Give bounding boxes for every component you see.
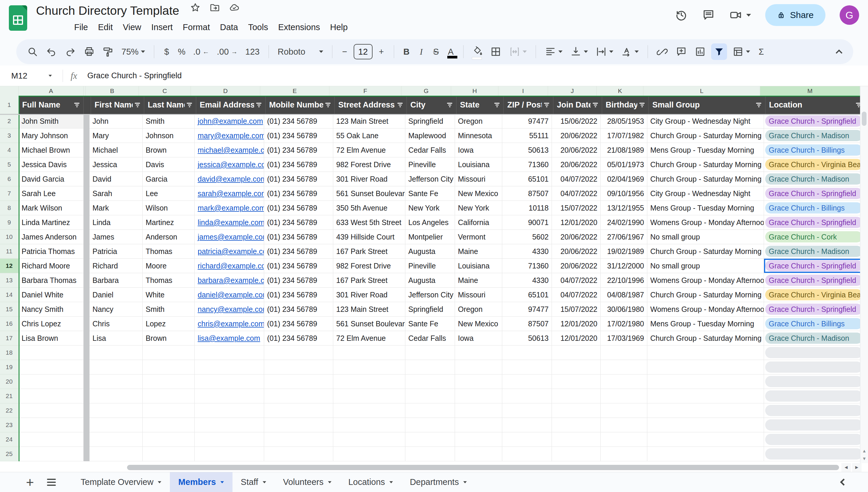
cell-J2[interactable]: 15/06/2022 (552, 114, 601, 128)
cell-C3[interactable]: Johnson (143, 128, 195, 143)
cell-L2[interactable]: City Group - Wednesday Night (647, 114, 764, 128)
cell-D2[interactable]: john@example.com (195, 114, 264, 128)
cell-G13[interactable]: Augusta (405, 273, 455, 288)
cell-I4[interactable]: 50613 (502, 143, 552, 157)
cell-J23[interactable] (552, 418, 601, 432)
cell-M15[interactable]: Grace Church - Springfield (764, 302, 860, 317)
cell-K11[interactable]: 19/02/1989 (601, 244, 647, 259)
cell-A6[interactable]: David Garcia (19, 172, 83, 186)
cell-A7[interactable]: Sarah Lee (19, 186, 83, 201)
cell-G15[interactable]: Springfield (405, 302, 455, 317)
row-number-18[interactable]: 18 (0, 346, 19, 360)
location-badge[interactable]: Grace Church - Madison (765, 130, 860, 141)
cell-I11[interactable]: 4330 (502, 244, 552, 259)
cell-L15[interactable]: Womens Group - Monday Afternoon (647, 302, 764, 317)
cell-C11[interactable]: Thomas (143, 244, 195, 259)
cell-I22[interactable] (502, 403, 552, 418)
cell-G17[interactable]: Cedar Falls (405, 331, 455, 346)
cell-G14[interactable]: Jefferson City (405, 288, 455, 302)
sheet-tab-caret-icon[interactable] (158, 481, 162, 483)
location-badge[interactable]: Grace Church - Cork (765, 231, 860, 243)
cell-B23[interactable] (90, 418, 143, 432)
cell-E15[interactable]: (01) 234 56789 (264, 302, 333, 317)
cell-L14[interactable]: Church Group - Saturday Morning (647, 288, 764, 302)
formula-input[interactable]: Grace Church - Springfield (87, 71, 182, 80)
column-letter-A[interactable]: A (19, 86, 83, 96)
row-number-16[interactable]: 16 (0, 317, 19, 331)
row-number-10[interactable]: 10 (0, 230, 19, 244)
cell-E14[interactable]: (01) 234 56789 (264, 288, 333, 302)
column-letter-L[interactable]: L (644, 86, 760, 96)
cell-M4[interactable]: Grace Church - Billings (764, 143, 860, 157)
location-badge[interactable]: Grace Church - Springfield (765, 260, 860, 271)
cell-A4[interactable]: Michael Brown (19, 143, 83, 157)
cell-C9[interactable]: Martinez (143, 215, 195, 230)
column-letter-C[interactable]: C (139, 86, 191, 96)
comments-icon[interactable] (702, 8, 715, 22)
cell-I10[interactable]: 5602 (502, 230, 552, 244)
cell-A20[interactable] (19, 374, 83, 389)
cell-C7[interactable]: Lee (143, 186, 195, 201)
font-size-input[interactable]: 12 (354, 44, 372, 59)
cell-L11[interactable]: Church Group - Saturday Morning (647, 244, 764, 259)
header-mobile-number[interactable]: Mobile Number (266, 96, 335, 114)
header-last-name[interactable]: Last Name (144, 96, 196, 114)
location-badge-empty[interactable] (765, 376, 860, 387)
column-letter-E[interactable]: E (260, 86, 330, 96)
cell-J15[interactable]: 15/07/2022 (552, 302, 601, 317)
functions-button[interactable]: Σ (755, 43, 767, 60)
sheet-tab-members[interactable]: Members (170, 472, 232, 492)
cell-D11[interactable]: patricia@example.com (195, 244, 264, 259)
cell-C4[interactable]: Brown (143, 143, 195, 157)
cell-A18[interactable] (19, 346, 83, 360)
cell-D9[interactable]: linda@example.com (195, 215, 264, 230)
row-number-9[interactable]: 9 (0, 215, 19, 230)
cell-F9[interactable]: 633 West 5th Street (333, 215, 405, 230)
cell-C18[interactable] (143, 346, 195, 360)
cell-H17[interactable]: Iowa (455, 331, 502, 346)
cell-K5[interactable]: 05/01/1973 (601, 157, 647, 172)
insert-link-button[interactable] (654, 43, 670, 60)
cell-F17[interactable]: 72 Elm Avenue (333, 331, 405, 346)
move-folder-icon[interactable] (210, 2, 220, 13)
paint-format-button[interactable] (100, 43, 116, 60)
column-letter-J[interactable]: J (548, 86, 597, 96)
location-badge-empty[interactable] (765, 390, 860, 402)
horizontal-scrollbar[interactable]: ◄ ► (0, 463, 868, 472)
cell-I8[interactable]: 10118 (502, 201, 552, 215)
cell-E11[interactable]: (01) 234 56789 (264, 244, 333, 259)
cell-D25[interactable] (195, 447, 264, 461)
row-number-15[interactable]: 15 (0, 302, 19, 317)
header-location[interactable]: Location (766, 96, 860, 114)
cell-E2[interactable]: (01) 234 56789 (264, 114, 333, 128)
cell-C2[interactable]: Smith (143, 114, 195, 128)
cell-K24[interactable] (601, 432, 647, 447)
cell-B12[interactable]: Richard (90, 259, 143, 273)
cell-L7[interactable]: City Group - Wednesday Night (647, 186, 764, 201)
cloud-saved-icon[interactable] (229, 2, 240, 13)
filter-icon[interactable] (187, 102, 192, 108)
cell-G10[interactable]: Montpelier (405, 230, 455, 244)
cell-B3[interactable]: Mary (90, 128, 143, 143)
cell-C5[interactable]: Davis (143, 157, 195, 172)
cell-G4[interactable]: Cedar Falls (405, 143, 455, 157)
cell-M5[interactable]: Grace Church - Virginia Beach (764, 157, 860, 172)
cell-B9[interactable]: Linda (90, 215, 143, 230)
location-badge[interactable]: Grace Church - Springfield (765, 303, 860, 315)
cell-F19[interactable] (333, 360, 405, 374)
cell-H6[interactable]: Missouri (455, 172, 502, 186)
cell-E17[interactable]: (01) 234 56789 (264, 331, 333, 346)
cell-M24[interactable] (764, 432, 860, 447)
cell-H14[interactable]: Missouri (455, 288, 502, 302)
version-history-icon[interactable] (675, 8, 688, 22)
header-street-address[interactable]: Street Address (335, 96, 407, 114)
location-badge[interactable]: Grace Church - Madison (765, 173, 860, 184)
location-badge[interactable]: Grace Church - Madison (765, 246, 860, 257)
location-badge[interactable]: Grace Church - Billings (765, 318, 860, 329)
filter-icon[interactable] (397, 102, 403, 108)
bold-button[interactable]: B (401, 43, 412, 60)
cell-J6[interactable]: 04/07/2022 (552, 172, 601, 186)
cell-E21[interactable] (264, 389, 333, 403)
text-wrap-button[interactable] (593, 43, 616, 60)
cell-B13[interactable]: Barbara (90, 273, 143, 288)
